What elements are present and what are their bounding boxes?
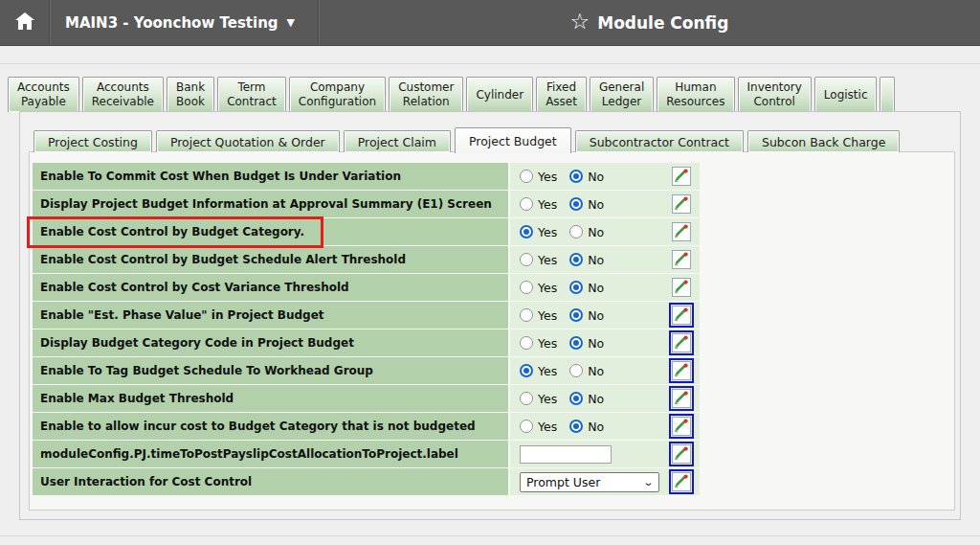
- radio-no-selected-icon[interactable]: [569, 336, 583, 350]
- radio-no-icon[interactable]: [569, 364, 583, 377]
- top-bar: MAIN3 - Yoonchow Testing ▼ ☆ Module Conf…: [0, 0, 980, 46]
- radio-no-selected-icon[interactable]: [569, 253, 583, 266]
- radio-option-no[interactable]: No: [569, 336, 604, 351]
- setting-control: YesNo: [510, 218, 700, 245]
- edit-button[interactable]: [671, 471, 692, 492]
- radio-option-no[interactable]: No: [569, 420, 604, 434]
- radio-yes-icon[interactable]: [520, 420, 533, 433]
- sub-tab-project-claim[interactable]: Project Claim: [344, 130, 451, 152]
- edit-button[interactable]: [671, 416, 692, 437]
- caret-down-icon: ▼: [287, 16, 295, 29]
- setting-label: Enable Cost Control by Budget Schedule A…: [33, 246, 508, 273]
- edit-button[interactable]: [671, 249, 692, 270]
- radio-no-icon[interactable]: [569, 225, 583, 238]
- radio-option-no[interactable]: No: [569, 392, 604, 406]
- module-tab-bank-book[interactable]: Bank Book: [167, 77, 214, 112]
- radio-yes-selected-icon[interactable]: [520, 364, 533, 377]
- edit-button[interactable]: [671, 360, 692, 381]
- setting-control: YesNo: [510, 329, 700, 356]
- radio-option-no[interactable]: No: [569, 197, 604, 212]
- separator-line: [0, 63, 980, 64]
- radio-yes-icon[interactable]: [520, 170, 533, 183]
- sub-tab-project-quotation-order[interactable]: Project Quotation & Order: [156, 130, 340, 152]
- radio-option-yes[interactable]: Yes: [520, 336, 557, 351]
- star-icon[interactable]: ☆: [570, 11, 590, 33]
- radio-option-no[interactable]: No: [569, 170, 604, 184]
- environment-selector[interactable]: MAIN3 - Yoonchow Testing ▼: [50, 0, 319, 45]
- radio-option-yes[interactable]: Yes: [520, 170, 557, 184]
- radio-label: Yes: [538, 364, 557, 378]
- module-tab-term-contract[interactable]: Term Contract: [217, 77, 286, 112]
- edit-button[interactable]: [671, 193, 692, 215]
- setting-label: Display Project Budget Information at Ap…: [33, 191, 508, 217]
- setting-label: Enable to allow incur cost to Budget Cat…: [33, 413, 508, 440]
- module-tab-inventory-control[interactable]: Inventory Control: [738, 77, 812, 112]
- radio-yes-icon[interactable]: [520, 281, 533, 294]
- edit-button[interactable]: [671, 305, 692, 326]
- edit-button[interactable]: [671, 277, 692, 298]
- radio-label: No: [588, 253, 604, 267]
- radio-label: Yes: [538, 420, 557, 434]
- user-interaction-select[interactable]: Prompt User⌄: [520, 472, 659, 492]
- module-tab-accounts-receivable[interactable]: Accounts Receivable: [82, 77, 164, 112]
- radio-yes-icon[interactable]: [520, 308, 533, 322]
- radio-option-yes[interactable]: Yes: [520, 197, 557, 212]
- setting-text-input[interactable]: [520, 445, 612, 464]
- module-tab-fixed-asset[interactable]: Fixed Asset: [536, 77, 587, 112]
- radio-no-selected-icon[interactable]: [569, 281, 583, 294]
- radio-option-no[interactable]: No: [569, 281, 604, 295]
- edit-button[interactable]: [671, 332, 692, 353]
- radio-yes-icon[interactable]: [520, 253, 533, 266]
- sub-tab-subcon-back-charge[interactable]: Subcon Back Charge: [747, 130, 900, 152]
- radio-option-no[interactable]: No: [569, 364, 604, 378]
- radio-label: Yes: [538, 197, 557, 212]
- radio-option-yes[interactable]: Yes: [520, 281, 557, 295]
- radio-label: No: [588, 420, 604, 434]
- sub-tab-subcontractor-contract[interactable]: Subcontractor Contract: [575, 130, 744, 152]
- radio-no-selected-icon[interactable]: [569, 308, 583, 322]
- config-row: Enable Cost Control by Budget Category.Y…: [33, 218, 702, 245]
- radio-option-no[interactable]: No: [569, 308, 604, 323]
- setting-control: Prompt User⌄: [510, 468, 700, 495]
- radio-option-no[interactable]: No: [569, 225, 604, 239]
- setting-control: YesNo: [510, 302, 700, 329]
- module-tab-company-configuration[interactable]: Company Configuration: [289, 77, 386, 112]
- edit-button[interactable]: [671, 166, 692, 187]
- radio-no-selected-icon[interactable]: [569, 170, 583, 183]
- module-tab-cylinder[interactable]: Cylinder: [466, 77, 533, 112]
- radio-option-yes[interactable]: Yes: [520, 225, 557, 239]
- home-button[interactable]: [0, 0, 50, 45]
- module-tab-human-resources[interactable]: Human Resources: [657, 77, 734, 112]
- sub-tab-project-budget[interactable]: Project Budget: [455, 127, 571, 153]
- module-tab-general-ledger[interactable]: General Ledger: [590, 77, 654, 112]
- edit-button[interactable]: [671, 221, 692, 242]
- sub-tab-bar: Project CostingProject Quotation & Order…: [33, 126, 900, 152]
- module-tab-accounts-payable[interactable]: Accounts Payable: [8, 77, 79, 112]
- config-row: Display Project Budget Information at Ap…: [33, 191, 702, 217]
- radio-no-selected-icon[interactable]: [569, 392, 583, 405]
- radio-option-yes[interactable]: Yes: [520, 392, 557, 406]
- sub-tab-project-costing[interactable]: Project Costing: [33, 130, 152, 152]
- radio-no-selected-icon[interactable]: [569, 197, 583, 211]
- module-tab-customer-relation[interactable]: Customer Relation: [389, 77, 463, 112]
- radio-yes-icon[interactable]: [520, 392, 533, 405]
- config-row: User Interaction for Cost ControlPrompt …: [33, 468, 702, 495]
- setting-label: moduleConfig.PJ.timeToPostPayslipCostAll…: [33, 441, 508, 467]
- module-tab-partial[interactable]: [880, 77, 895, 112]
- radio-yes-icon[interactable]: [520, 336, 533, 350]
- setting-control: YesNo: [510, 357, 700, 384]
- radio-option-yes[interactable]: Yes: [520, 364, 557, 378]
- config-row: Enable "Est. Phase Value" in Project Bud…: [33, 302, 702, 329]
- radio-yes-icon[interactable]: [520, 197, 533, 211]
- edit-button[interactable]: [671, 388, 692, 409]
- radio-no-selected-icon[interactable]: [569, 420, 583, 433]
- radio-yes-selected-icon[interactable]: [520, 225, 533, 238]
- edit-pencil-icon: [672, 222, 691, 241]
- radio-option-yes[interactable]: Yes: [520, 420, 557, 434]
- select-value: Prompt User: [526, 475, 600, 489]
- radio-option-yes[interactable]: Yes: [520, 308, 557, 323]
- radio-option-yes[interactable]: Yes: [520, 253, 557, 267]
- edit-button[interactable]: [671, 443, 692, 465]
- radio-option-no[interactable]: No: [569, 253, 604, 267]
- module-tab-logistic[interactable]: Logistic: [814, 77, 878, 112]
